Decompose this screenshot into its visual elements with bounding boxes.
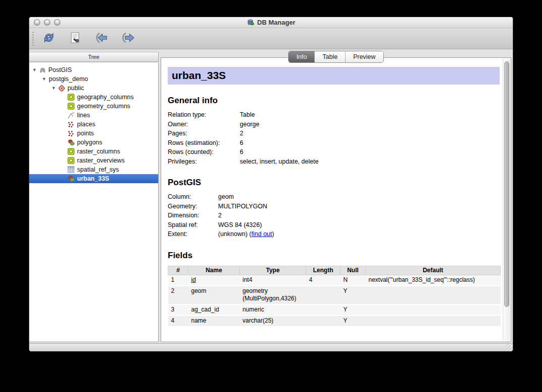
info-label: Dimension: <box>168 211 218 221</box>
fields-column-header: Type <box>240 266 306 275</box>
tree-item-label: raster_columns <box>77 148 120 155</box>
info-row: Pages:2 <box>168 129 318 139</box>
lines-layer-icon <box>67 112 77 119</box>
tree-list: ▼PostGIS▼postgis_demo▼publicgeography_co… <box>29 63 159 342</box>
info-row: Rows (estimation):6 <box>168 139 318 148</box>
tree-item-geography_columns[interactable]: geography_columns <box>29 93 158 102</box>
zoom-button[interactable] <box>54 19 60 26</box>
green-table-icon <box>67 103 77 110</box>
status-bar <box>29 343 513 351</box>
titlebar[interactable]: DB Manager <box>29 17 513 28</box>
points-layer-icon <box>67 130 77 137</box>
tree-item-points[interactable]: points <box>29 129 158 138</box>
right-panel: InfoTablePreview urban_33S General info … <box>161 50 511 342</box>
db-manager-window: DB Manager Tree ▼PostGIS▼postgis_demo▼pu… <box>29 17 513 352</box>
import-layer-icon <box>94 32 109 45</box>
info-row: Rows (counted):6 <box>168 148 318 158</box>
desktop-background: { "window": { "title": "DB Manager" }, "… <box>0 0 542 392</box>
green-table-icon <box>67 148 77 155</box>
fields-row-ag_cad_id: 3ag_cad_idnumericY <box>168 304 501 316</box>
tree-item-geometry_columns[interactable]: geometry_columns <box>29 102 158 111</box>
info-label: Spatial ref: <box>168 221 218 230</box>
tree-item-label: urban_33S <box>77 175 109 182</box>
expand-arrow[interactable]: ▼ <box>42 76 48 82</box>
fields-cell: int4 <box>240 275 306 286</box>
import-layer-button[interactable] <box>93 31 110 47</box>
tree-item-label: PostGIS <box>48 66 72 73</box>
vertical-scrollbar[interactable] <box>503 58 510 341</box>
tree-item-spatial_ref_sys[interactable]: spatial_ref_sys <box>29 165 158 174</box>
schema-icon <box>58 85 67 92</box>
info-value: 6 <box>240 148 318 158</box>
fields-cell: ag_cad_id <box>188 304 240 316</box>
fields-cell <box>366 286 501 304</box>
page-title: urban_33S <box>168 67 500 85</box>
postgis-icon <box>39 66 48 73</box>
info-panel: urban_33S General info Relation type:Tab… <box>161 57 511 342</box>
polygon-layer-icon <box>67 175 77 182</box>
fields-cell: 4 <box>168 316 188 327</box>
fields-column-header: Default <box>366 266 501 275</box>
general-info-heading: General info <box>168 96 500 106</box>
tree-item-polygons[interactable]: polygons <box>29 138 158 147</box>
info-row: Owner:george <box>168 120 318 130</box>
close-button[interactable] <box>34 19 40 26</box>
fields-cell: nextval('"urban_33S_id_seq"'::regclass) <box>366 275 501 286</box>
info-row: Extent:(unknown) (find out) <box>168 230 274 240</box>
tab-table[interactable]: Table <box>314 51 345 62</box>
sql-window-button[interactable] <box>66 31 84 47</box>
export-file-icon <box>120 32 135 45</box>
tab-preview[interactable]: Preview <box>345 51 383 62</box>
info-row: Column:geom <box>168 193 274 202</box>
expand-arrow[interactable]: ▼ <box>32 67 39 72</box>
window-title: DB Manager <box>257 19 296 26</box>
tree-item-places[interactable]: places <box>29 120 158 129</box>
expand-arrow[interactable]: ▼ <box>51 86 58 91</box>
tree-item-PostGIS[interactable]: ▼PostGIS <box>29 65 158 74</box>
window-title-area: DB Manager <box>29 17 513 28</box>
tree-item-label: lines <box>77 112 90 119</box>
info-row: Geometry:MULTIPOLYGON <box>168 202 274 212</box>
toolbar-drag-handle[interactable] <box>32 31 34 46</box>
green-table-icon <box>67 157 77 164</box>
traffic-lights <box>34 19 60 26</box>
resize-grip[interactable] <box>506 344 512 351</box>
fields-cell <box>366 316 501 327</box>
info-row: Spatial ref:WGS 84 (4326) <box>168 221 274 230</box>
export-to-file-button[interactable] <box>119 31 136 47</box>
tree-item-lines[interactable]: lines <box>29 111 158 120</box>
toolbar <box>29 28 513 49</box>
scrollbar-thumb[interactable] <box>504 61 509 307</box>
info-label: Extent: <box>168 230 218 240</box>
fields-cell: 1 <box>168 275 188 286</box>
green-table-icon <box>67 94 77 101</box>
fields-row-id: 1idint44Nnextval('"urban_33S_id_seq"'::r… <box>168 275 501 286</box>
tree-item-raster_columns[interactable]: raster_columns <box>29 147 158 156</box>
tab-info[interactable]: Info <box>289 51 314 62</box>
postgis-heading: PostGIS <box>168 178 500 188</box>
tree-item-public[interactable]: ▼public <box>29 84 158 93</box>
tree-item-postgis_demo[interactable]: ▼postgis_demo <box>29 74 158 84</box>
points-layer-icon <box>67 121 77 128</box>
tree-item-urban_33S[interactable]: urban_33S <box>29 174 158 183</box>
fields-column-header: Length <box>306 266 341 275</box>
tree-item-raster_overviews[interactable]: raster_overviews <box>29 156 158 165</box>
tree-item-label: polygons <box>77 139 102 146</box>
fields-cell: numeric <box>240 304 306 316</box>
info-value: geom <box>218 193 274 202</box>
fields-column-header: Name <box>188 266 240 275</box>
fields-cell: name <box>188 316 240 327</box>
fields-cell: 4 <box>306 275 341 286</box>
tab-bar: InfoTablePreview <box>161 51 511 63</box>
minimize-button[interactable] <box>44 19 50 26</box>
info-value: MULTIPOLYGON <box>218 202 274 212</box>
info-label: Privileges: <box>168 158 240 167</box>
find-out-link[interactable]: find out <box>251 230 272 238</box>
info-label: Pages: <box>168 129 240 139</box>
tree-item-label: spatial_ref_sys <box>77 166 119 173</box>
info-value: WGS 84 (4326) <box>218 221 274 230</box>
fields-cell <box>306 304 341 316</box>
refresh-button[interactable] <box>40 31 57 47</box>
fields-cell: varchar(25) <box>240 316 306 327</box>
info-value-text: (unknown) ( <box>218 230 251 238</box>
